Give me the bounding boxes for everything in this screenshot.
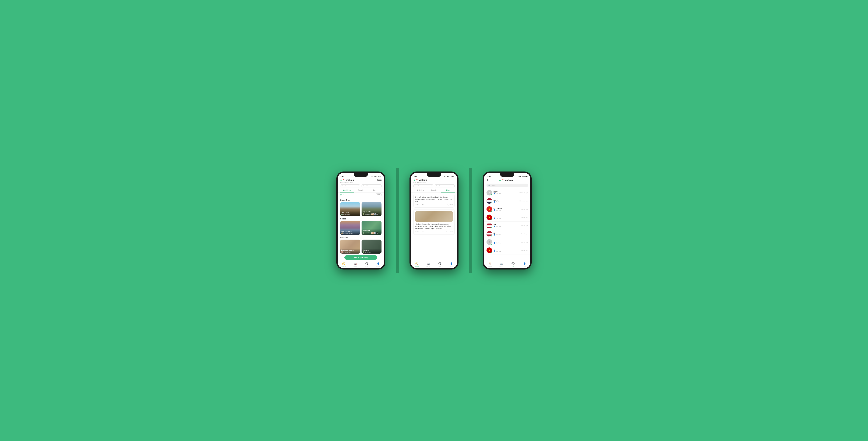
- chat-info-0: NGAN 👤 Ella Tran: [494, 191, 518, 194]
- chat-avatar-1: [487, 198, 492, 204]
- tab-people-1[interactable]: People: [354, 188, 368, 192]
- nav-profile-1[interactable]: 👤 Profile: [372, 262, 384, 267]
- nav-profile-2[interactable]: 👤 Profile: [445, 262, 457, 267]
- nav-chat-3[interactable]: 💬 Chat: [507, 262, 519, 267]
- profile-label-2: Profile: [450, 265, 453, 267]
- tip-likes-1[interactable]: ♡ 142: [415, 204, 419, 206]
- plus-button[interactable]: +: [487, 179, 489, 182]
- chat-list: N NGAN 👤 Ella Tran 30 minutes ago: [484, 189, 530, 261]
- tip-text-2: Tipping! The norm in restaurants is appr…: [415, 223, 453, 230]
- chat-item-6[interactable]: T T 👤 Ella Tran 3 weeks ago: [484, 238, 530, 246]
- list-icon[interactable]: ≡: [343, 194, 344, 196]
- nav-explore-2[interactable]: 🧭 Explore: [411, 262, 423, 267]
- peru-avatar-count: +3: [376, 213, 378, 215]
- chat-item-4[interactable]: QW 👤 Ella Tran 2 weeks ago: [484, 222, 530, 230]
- card-breakfast-overlay: Breakfast Meetup Willow Jones: [340, 249, 360, 254]
- tip-text-1: If travelling to or from Lima Airport, i…: [415, 196, 453, 203]
- tab-tips-1[interactable]: Tips: [368, 188, 381, 192]
- app-name-2: weSolo: [419, 179, 427, 181]
- nav-explore-3[interactable]: 🧭 Explore: [484, 262, 496, 267]
- search-input[interactable]: [491, 184, 526, 186]
- start-date-2[interactable]: Start Date ▾: [413, 184, 433, 187]
- divider-2: [469, 168, 472, 273]
- status-time-3: 22:47: [487, 175, 491, 177]
- nav-explore-1[interactable]: 🧭 Explore: [338, 262, 349, 267]
- card-trip-peru[interactable]: Trip to Per... Ana Blac... +3: [362, 202, 381, 216]
- grid-icon[interactable]: ⊞: [340, 194, 342, 196]
- card-dinner[interactable]: Dinner... Winne Fo...: [362, 240, 381, 254]
- nav-advice-3[interactable]: 📖 Advice: [496, 262, 507, 267]
- chat-search[interactable]: 🔍: [487, 184, 528, 187]
- chat-item-5[interactable]: N 👤 Ella Tran 3 weeks ago: [484, 230, 530, 238]
- card-vinicunca[interactable]: Vinicunca Trek Peru Official Tours: [340, 221, 360, 235]
- chat-sub-7: 👤 Ella Tran: [494, 250, 520, 252]
- tab-activities-2[interactable]: Activities: [413, 188, 427, 192]
- chat-avatar-7: ★: [487, 247, 492, 253]
- chat-sub-4: 👤 Ella Tran: [494, 226, 520, 227]
- start-date-1[interactable]: Start Date ▾: [340, 184, 360, 187]
- card-vinicunca-title: Vinicunca Trek: [341, 230, 359, 232]
- dest-label-1: Select Destination: [340, 182, 381, 184]
- new-trip-button[interactable]: New Trip/Activity: [344, 255, 377, 260]
- end-date-1[interactable]: End Date ▾: [362, 184, 381, 187]
- chat-item-1[interactable]: NGAN 👤 Ella Tran 30 minutes ago: [484, 197, 530, 205]
- battery-level-3: ▮▮▮: [525, 176, 527, 177]
- chat-info-2: ELLA TEST 👤 Ella Tran: [494, 208, 520, 211]
- nav-advice-2[interactable]: 📖 Advice: [423, 262, 434, 267]
- status-time-2: 9:41: [414, 175, 417, 177]
- reset-button[interactable]: Reset: [376, 179, 381, 181]
- online-dot-6: [491, 244, 492, 245]
- person-icon-4: 👤: [494, 226, 495, 227]
- nav-chat-2[interactable]: 💬 Chat: [434, 262, 445, 267]
- online-dot-2: [491, 211, 492, 212]
- tip-shares-1[interactable]: ⤴ 35: [421, 204, 424, 206]
- chevron-down-icon-start: ▾: [358, 185, 359, 187]
- nav-advice-1[interactable]: 📖 Advice: [349, 262, 361, 267]
- chat-name-3: TTT: [494, 216, 520, 218]
- explore-label-2: Explore: [414, 265, 419, 267]
- tab-activities-1[interactable]: Activities: [340, 188, 354, 192]
- tip-shares-2[interactable]: ⤴ 103: [421, 231, 424, 233]
- explore-label-1: Explore: [341, 265, 346, 267]
- bottom-nav-2: 🧭 Explore 📖 Advice 💬 Chat 👤 Profile: [411, 261, 457, 268]
- tab-people-2[interactable]: People: [427, 188, 441, 192]
- profile-icon-3: 👤: [523, 262, 526, 265]
- chat-item-2[interactable]: ★ ELLA TEST 👤 Ella Tran 2 weeks ago: [484, 205, 530, 213]
- app-logo-1: ‹› 📍 weSolo: [340, 179, 354, 181]
- chat-name-7: A: [494, 249, 520, 250]
- profile-icon-2: 👤: [450, 262, 453, 265]
- chat-item-0[interactable]: N NGAN 👤 Ella Tran 30 minutes ago: [484, 189, 530, 197]
- nav-profile-3[interactable]: 👤 Profile: [519, 262, 530, 267]
- content-1: Group Trips The Andes Nina Greene: [338, 197, 384, 261]
- wifi-icon-1: WiFi: [374, 176, 377, 177]
- phone-1: 9:41 ●●● WiFi 100% ‹› 📍 weSolo Reset Sel…: [336, 171, 385, 270]
- online-dot-5: [491, 235, 492, 237]
- andes2-avatars: +3: [371, 232, 378, 234]
- signal-icon-1: ●●●: [371, 176, 373, 177]
- end-date-2[interactable]: End Date ▾: [435, 184, 455, 187]
- chevron-down-icon-end: ▾: [379, 185, 380, 187]
- filter-button[interactable]: Filter: [376, 193, 381, 196]
- chevron-down-start-2: ▾: [431, 185, 432, 187]
- card-the-andes[interactable]: The Andes Nina Greene: [340, 202, 360, 216]
- tip-likes-2[interactable]: ♡ 321: [415, 231, 419, 233]
- card-dinner-title: Dinner...: [363, 249, 380, 251]
- section-activities: Activities: [340, 237, 381, 239]
- chat-item-7[interactable]: ★ A 👤 Ella Tran 3 weeks ago: [484, 246, 530, 254]
- person-icon-2: 👤: [494, 209, 495, 211]
- nav-chat-1[interactable]: 💬 Chat: [361, 262, 372, 267]
- app-header-3: + ‹› 📍 weSolo: [484, 178, 530, 183]
- online-dot-0: [491, 194, 492, 195]
- chat-avatar-0: N: [487, 190, 492, 195]
- app-header-1: ‹› 📍 weSolo Reset: [338, 178, 384, 182]
- view-toggle: ⊞ ≡ Filter: [338, 193, 384, 197]
- card-breakfast[interactable]: Breakfast Meetup Willow Jones: [340, 240, 360, 254]
- advice-label-1: Advice: [353, 265, 357, 267]
- chat-time-3: 2 weeks ago: [521, 217, 528, 218]
- tab-tips-2[interactable]: Tips: [441, 188, 455, 192]
- chat-name-5: N: [494, 232, 520, 234]
- chat-item-3[interactable]: ★ TTT 👤 Ella Tran 2 weeks ago: [484, 213, 530, 222]
- card-andes2-subtitle: Andes To... +3: [363, 231, 380, 234]
- card-tour-andes[interactable]: Tour the A... Andes To... +3: [362, 221, 381, 235]
- online-dot-3: [491, 219, 492, 220]
